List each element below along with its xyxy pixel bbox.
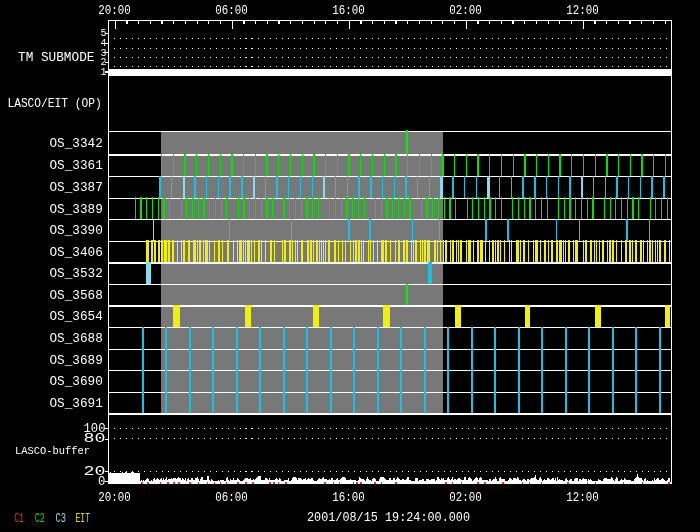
svg-text:OS_3654: OS_3654 <box>50 309 103 324</box>
svg-text:OS_3406: OS_3406 <box>50 245 103 260</box>
svg-text:TM SUBMODE: TM SUBMODE <box>18 50 94 65</box>
svg-text:OS_3689: OS_3689 <box>50 353 103 368</box>
svg-text:12:00: 12:00 <box>566 4 599 18</box>
svg-text:16:00: 16:00 <box>332 491 365 505</box>
svg-text:OS_3361: OS_3361 <box>50 158 103 173</box>
svg-text:20:00: 20:00 <box>98 4 131 18</box>
svg-text:LASCO/EIT (OP): LASCO/EIT (OP) <box>7 97 101 111</box>
svg-text:LASCO-buffer: LASCO-buffer <box>15 444 90 457</box>
svg-text:20:00: 20:00 <box>98 491 131 505</box>
svg-text:02:00: 02:00 <box>449 4 482 18</box>
svg-text:OS_3568: OS_3568 <box>50 288 103 303</box>
svg-text:06:00: 06:00 <box>215 4 248 18</box>
svg-text:2001/08/15 19:24:00.000: 2001/08/15 19:24:00.000 <box>307 511 470 525</box>
svg-text:0: 0 <box>98 475 105 489</box>
svg-text:1: 1 <box>100 67 106 78</box>
svg-text:OS_3387: OS_3387 <box>50 180 103 195</box>
svg-text:C3: C3 <box>56 512 67 526</box>
svg-text:C2: C2 <box>35 512 45 526</box>
svg-text:16:00: 16:00 <box>332 4 365 18</box>
svg-text:OS_3342: OS_3342 <box>50 136 103 151</box>
svg-text:OS_3532: OS_3532 <box>50 266 103 281</box>
svg-text:OS_3390: OS_3390 <box>50 223 103 238</box>
svg-text:OS_3389: OS_3389 <box>50 202 103 217</box>
svg-text:EIT: EIT <box>76 512 91 526</box>
svg-text:12:00: 12:00 <box>566 491 599 505</box>
svg-text:C1: C1 <box>14 512 24 526</box>
svg-text:OS_3688: OS_3688 <box>50 331 103 346</box>
svg-text:06:00: 06:00 <box>215 491 248 505</box>
svg-text:OS_3690: OS_3690 <box>50 374 103 389</box>
svg-text:OS_3691: OS_3691 <box>50 396 103 411</box>
svg-text:02:00: 02:00 <box>449 491 482 505</box>
